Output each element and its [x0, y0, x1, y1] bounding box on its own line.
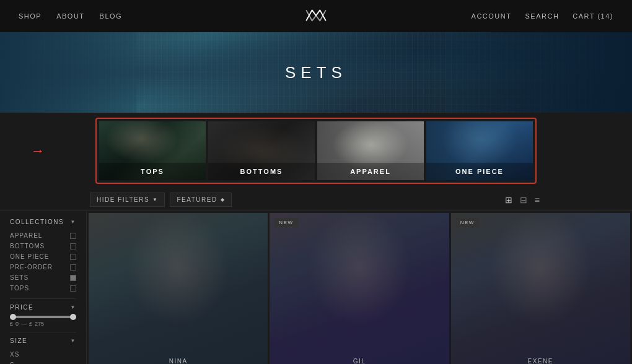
price-currency-2: £ — [29, 321, 32, 327]
sidebar-label-bottoms: BOTTOMS — [10, 243, 45, 249]
site-header: SHOP ABOUT BLOG ACCOUNT SEARCH CART (14) — [0, 0, 632, 32]
sidebar-label-apparel: APPAREL — [10, 232, 42, 239]
product-image-exene — [451, 213, 630, 364]
sidebar-checkbox-preorder[interactable] — [70, 264, 76, 271]
hero-banner: SETS — [0, 32, 632, 113]
price-separator: — — [21, 321, 27, 327]
sidebar-label-sets: SETS — [10, 274, 29, 281]
category-nav-wrapper: → TOPS BOTTOMS APPAREL ONE PIECE — [0, 113, 632, 189]
price-label: PRICE — [10, 304, 33, 311]
price-thumb-max[interactable] — [70, 314, 76, 320]
sidebar-item-preorder[interactable]: PRE-ORDER — [10, 262, 76, 272]
featured-chevron-icon: ◆ — [221, 197, 226, 202]
view-options: ⊞ ⊟ ≡ — [503, 194, 542, 206]
nav-search[interactable]: SEARCH — [525, 12, 559, 20]
sidebar-divider-2 — [10, 332, 76, 332]
category-nav: TOPS BOTTOMS APPAREL ONE PIECE — [95, 118, 537, 184]
category-item-bottoms[interactable]: BOTTOMS — [208, 121, 315, 180]
price-currency: £ — [10, 321, 13, 327]
nav-account[interactable]: ACCOUNT — [472, 12, 512, 20]
products-grid: Nina NEW Gil NEW Exene — [87, 211, 632, 364]
nav-left: SHOP ABOUT BLOG — [19, 12, 122, 20]
featured-label: FEATURED — [177, 196, 217, 203]
sidebar-label-tops: TOPS — [10, 285, 29, 292]
hero-figure-left — [0, 32, 136, 113]
product-card-nina[interactable]: Nina — [89, 213, 268, 364]
collections-label: COLLECTIONS — [10, 219, 64, 225]
price-values: £ 0 — £ 275 — [10, 321, 76, 327]
price-range-fill — [10, 316, 76, 318]
hide-filters-label: HIDE FILTERS — [97, 196, 149, 203]
size-label: SIZE — [10, 337, 27, 344]
price-thumb-min[interactable] — [10, 314, 16, 320]
sidebar-item-apparel[interactable]: APPAREL — [10, 230, 76, 241]
collections-chevron-icon: ▼ — [71, 219, 76, 225]
category-item-tops[interactable]: TOPS — [99, 121, 206, 180]
filter-controls-left: HIDE FILTERS ▼ FEATURED ◆ — [90, 193, 232, 207]
product-name-nina: Nina — [89, 358, 268, 364]
nav-shop[interactable]: SHOP — [19, 12, 42, 20]
sidebar-item-xs[interactable]: XS — [10, 349, 76, 360]
price-max-value: 275 — [35, 321, 44, 327]
product-name-gil: Gil — [270, 358, 449, 364]
price-chevron-icon: ▼ — [71, 305, 76, 310]
nav-right: ACCOUNT SEARCH CART (14) — [472, 12, 613, 20]
filter-bar: HIDE FILTERS ▼ FEATURED ◆ ⊞ ⊟ ≡ — [0, 189, 632, 211]
product-card-gil[interactable]: NEW Gil — [270, 213, 449, 364]
product-image-nina — [89, 213, 268, 364]
category-label-onepiece: ONE PIECE — [426, 163, 533, 180]
product-image-gil — [270, 213, 449, 364]
site-logo[interactable] — [304, 6, 328, 26]
sidebar-checkbox-sets[interactable] — [70, 275, 76, 281]
nav-about[interactable]: ABOUT — [56, 12, 84, 20]
size-chevron-icon: ▼ — [71, 338, 76, 344]
product-badge-exene: NEW — [456, 218, 479, 227]
view-list-button[interactable]: ≡ — [532, 194, 542, 206]
sidebar-label-xs: XS — [10, 351, 19, 358]
nav-blog[interactable]: BLOG — [100, 12, 123, 20]
sidebar-checkbox-bottoms[interactable] — [70, 243, 76, 249]
sidebar-checkbox-apparel[interactable] — [70, 233, 76, 239]
sidebar-item-sets[interactable]: SETS — [10, 272, 76, 283]
hero-figure-right — [446, 32, 632, 113]
product-name-exene: Exene — [451, 358, 630, 364]
category-label-tops: TOPS — [99, 163, 206, 180]
sidebar-label-onepiece: ONE PIECE — [10, 253, 49, 260]
sidebar-divider-1 — [10, 298, 76, 299]
sidebar-checkbox-onepiece[interactable] — [70, 254, 76, 260]
sidebar-item-tops[interactable]: TOPS — [10, 283, 76, 293]
collections-section-title: COLLECTIONS ▼ — [10, 219, 76, 225]
sidebar-label-s: S — [10, 362, 15, 364]
sidebar-item-s[interactable]: S — [10, 360, 76, 364]
nav-cart[interactable]: CART (14) — [573, 12, 613, 20]
size-section-title: SIZE ▼ — [10, 337, 76, 344]
featured-button[interactable]: FEATURED ◆ — [170, 193, 232, 207]
hide-filters-button[interactable]: HIDE FILTERS ▼ — [90, 193, 165, 207]
main-content: COLLECTIONS ▼ APPAREL BOTTOMS ONE PIECE … — [0, 211, 632, 364]
product-card-exene[interactable]: NEW Exene — [451, 213, 630, 364]
sidebar-item-bottoms[interactable]: BOTTOMS — [10, 241, 76, 251]
product-badge-gil: NEW — [274, 218, 297, 227]
sidebar-checkbox-tops[interactable] — [70, 285, 76, 292]
hide-filters-chevron-icon: ▼ — [152, 197, 158, 202]
price-min-value: 0 — [15, 321, 19, 327]
price-range-bar[interactable] — [10, 316, 76, 318]
sidebar-label-preorder: PRE-ORDER — [10, 264, 53, 271]
price-section-title: PRICE ▼ — [10, 304, 76, 311]
view-grid-large-button[interactable]: ⊞ — [503, 194, 515, 206]
arrow-indicator: → — [31, 143, 45, 159]
sidebar: COLLECTIONS ▼ APPAREL BOTTOMS ONE PIECE … — [0, 211, 87, 364]
view-grid-medium-button[interactable]: ⊟ — [517, 194, 530, 206]
category-item-apparel[interactable]: APPAREL — [317, 121, 424, 180]
category-label-apparel: APPAREL — [317, 163, 424, 180]
sidebar-item-onepiece[interactable]: ONE PIECE — [10, 251, 76, 262]
category-label-bottoms: BOTTOMS — [208, 163, 315, 180]
category-item-onepiece[interactable]: ONE PIECE — [426, 121, 533, 180]
hero-title: SETS — [285, 63, 347, 82]
